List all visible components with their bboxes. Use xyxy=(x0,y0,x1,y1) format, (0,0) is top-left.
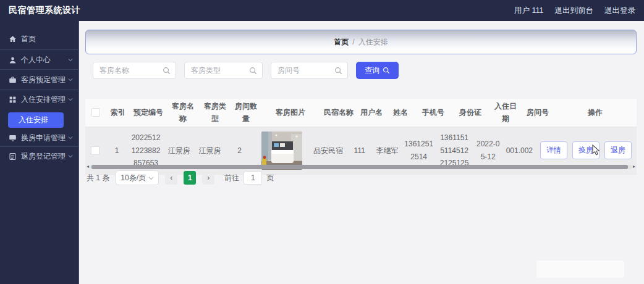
chevron-down-icon xyxy=(148,175,154,181)
room-type-input[interactable] xyxy=(191,66,253,75)
clipboard-icon xyxy=(9,152,17,161)
goto-label: 前往 xyxy=(224,173,239,183)
room-no-input[interactable] xyxy=(278,66,339,75)
chevron-down-icon xyxy=(68,77,73,82)
breadcrumb-separator: / xyxy=(352,38,354,46)
filter-bar: 查询 xyxy=(93,62,399,79)
topbar-right: 用户 111 退出到前台 退出登录 xyxy=(514,6,635,16)
sidebar-item-profile[interactable]: 个人中心 xyxy=(0,52,79,68)
room-no-field xyxy=(271,62,348,79)
breadcrumb-current: 入住安排 xyxy=(358,37,388,48)
change-room-button[interactable]: 换房 xyxy=(572,141,600,159)
room-type-field xyxy=(184,62,263,79)
back-to-front-link[interactable]: 退出到前台 xyxy=(555,6,594,16)
sidebar-item-label: 客房预定管理 xyxy=(21,75,66,85)
col-header: 预定编号 xyxy=(130,99,167,127)
main-content: 首页 / 入住安排 查询 xyxy=(79,21,644,284)
divider xyxy=(0,69,79,70)
col-header: 索引 xyxy=(106,99,130,127)
divider xyxy=(0,49,79,50)
sidebar-item-label: 入住安排管理 xyxy=(21,94,66,105)
col-header: 姓名 xyxy=(386,99,415,127)
col-header: 客房类型 xyxy=(199,99,231,127)
current-user-label[interactable]: 用户 111 xyxy=(514,6,543,16)
breadcrumb-home[interactable]: 首页 xyxy=(334,37,349,48)
table-header-row: 索引 预定编号 客房名称 客房类型 房间数量 客房图片 民宿名称 用户名 姓名 … xyxy=(85,99,637,127)
select-all-checkbox[interactable] xyxy=(91,108,100,117)
search-icon xyxy=(163,67,171,75)
sidebar-item-label: 换房申请管理 xyxy=(21,133,66,143)
sidebar-item-label: 首页 xyxy=(21,34,36,44)
divider xyxy=(0,146,79,147)
briefcase-icon xyxy=(9,76,17,84)
logout-link[interactable]: 退出登录 xyxy=(604,6,635,16)
grid-icon xyxy=(9,96,17,104)
sidebar-item-checkin-mgmt[interactable]: 入住安排管理 xyxy=(0,91,79,107)
sidebar-item-label: 个人中心 xyxy=(21,55,51,65)
goto-page-input[interactable] xyxy=(244,171,262,185)
col-header: 操作 xyxy=(554,99,637,127)
next-page-button[interactable]: › xyxy=(202,171,214,185)
page-size-select[interactable]: 10条/页 xyxy=(116,170,159,185)
chevron-down-icon xyxy=(68,97,73,102)
goto-suffix-label: 页 xyxy=(266,173,274,183)
scrollbar-thumb[interactable] xyxy=(91,165,628,169)
room-name-field xyxy=(93,62,176,79)
sidebar-item-home[interactable]: 首页 xyxy=(0,31,79,47)
topbar: 民宿管理系统设计 用户 111 退出到前台 退出登录 xyxy=(0,0,644,21)
home-icon xyxy=(9,35,17,43)
scroll-left-icon[interactable]: ◂ xyxy=(85,164,90,169)
prev-page-button[interactable]: ‹ xyxy=(165,171,177,185)
col-header: 入住日期 xyxy=(489,99,522,127)
search-button[interactable]: 查询 xyxy=(356,62,399,79)
chevron-down-icon xyxy=(68,135,73,140)
sidebar-subitem-checkin-active[interactable]: 入住安排 xyxy=(8,112,64,128)
sidebar: 首页 个人中心 客房预定管理 入住安排管理 入住安排 换房申请管理 xyxy=(0,21,79,284)
col-header: 身份证 xyxy=(451,99,489,127)
app-title: 民宿管理系统设计 xyxy=(9,5,80,16)
scroll-right-icon[interactable]: ▸ xyxy=(632,164,637,169)
sidebar-item-room-booking[interactable]: 客房预定管理 xyxy=(0,72,79,88)
col-header: 房间号 xyxy=(522,99,554,127)
table-horizontal-scrollbar: ◂ ▸ xyxy=(85,164,637,169)
pagination: 共 1 条 10条/页 ‹ 1 › 前往 页 xyxy=(87,170,274,185)
row-checkbox[interactable] xyxy=(91,146,100,155)
search-icon xyxy=(334,67,342,75)
sidebar-subitem-label: 入住安排 xyxy=(19,115,48,125)
chevron-down-icon xyxy=(68,57,73,62)
faint-overlay xyxy=(536,261,624,278)
divider xyxy=(0,90,79,90)
search-button-label: 查询 xyxy=(365,65,379,76)
breadcrumb: 首页 / 入住安排 xyxy=(85,30,637,54)
scrollbar-track[interactable] xyxy=(90,165,632,169)
select-all-cell xyxy=(85,99,106,127)
goto-page: 前往 页 xyxy=(224,171,274,185)
col-header: 房间数量 xyxy=(231,99,261,127)
current-page-button[interactable]: 1 xyxy=(184,171,196,185)
checkout-button[interactable]: 退房 xyxy=(604,141,632,159)
col-header: 客房名称 xyxy=(167,99,199,127)
col-header: 手机号 xyxy=(415,99,451,127)
col-header: 民宿名称 xyxy=(320,99,357,127)
chevron-down-icon xyxy=(68,154,73,159)
checkin-table: 索引 预定编号 客房名称 客房类型 房间数量 客房图片 民宿名称 用户名 姓名 … xyxy=(85,99,637,175)
sidebar-item-label: 退房登记管理 xyxy=(21,151,66,162)
sidebar-item-checkout-mgmt[interactable]: 退房登记管理 xyxy=(0,148,79,164)
user-icon xyxy=(9,56,17,64)
search-icon xyxy=(249,67,257,75)
search-icon xyxy=(383,67,390,74)
app-root: 民宿管理系统设计 用户 111 退出到前台 退出登录 首页 个人中心 客房预定管… xyxy=(0,0,644,284)
sidebar-item-room-change[interactable]: 换房申请管理 xyxy=(0,130,79,146)
total-count-label: 共 1 条 xyxy=(87,173,109,183)
monitor-icon xyxy=(9,134,17,142)
col-header: 客房图片 xyxy=(261,99,320,127)
page-size-value: 10条/页 xyxy=(121,173,146,183)
room-name-input[interactable] xyxy=(100,66,161,75)
detail-button[interactable]: 详情 xyxy=(540,141,567,159)
col-header: 用户名 xyxy=(357,99,386,127)
